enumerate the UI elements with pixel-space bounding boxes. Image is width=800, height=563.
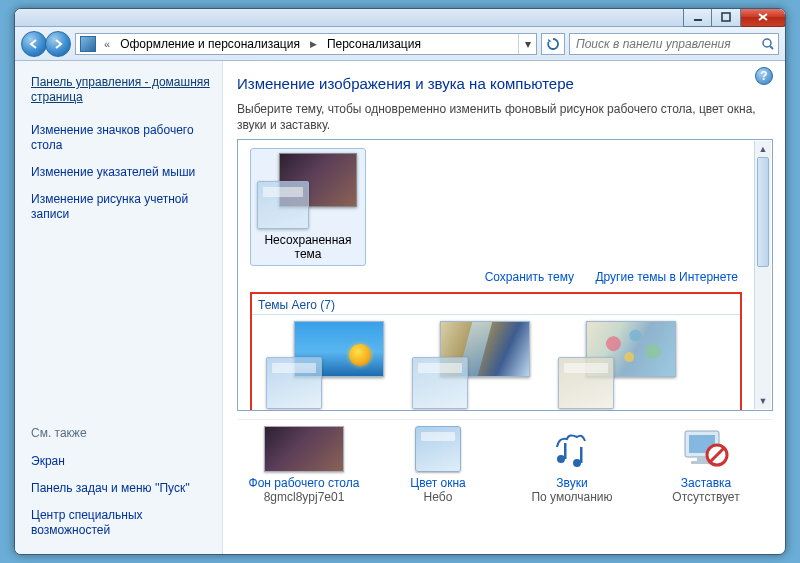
sounds-icon: [532, 426, 612, 472]
desktop-background-item[interactable]: Фон рабочего стола 8gmcl8ypj7e01: [241, 426, 367, 504]
search-icon[interactable]: [758, 37, 778, 51]
sidebar-link-account-picture[interactable]: Изменение рисунка учетной записи: [31, 192, 210, 222]
desktop-background-value: 8gmcl8ypj7e01: [241, 490, 367, 504]
aero-glass-1: [266, 357, 322, 409]
search-input[interactable]: [570, 37, 758, 51]
save-theme-link[interactable]: Сохранить тему: [485, 270, 574, 284]
svg-point-6: [557, 455, 565, 463]
svg-point-4: [763, 39, 771, 47]
sounds-link[interactable]: Звуки: [509, 476, 635, 490]
aero-themes-row: [252, 315, 740, 411]
screensaver-link[interactable]: Заставка: [643, 476, 769, 490]
breadcrumb-seg-2[interactable]: Персонализация: [321, 34, 427, 54]
control-panel-home-link[interactable]: Панель управления - домашняя страница: [31, 75, 210, 105]
highlight-box: Темы Aero (7): [250, 292, 742, 411]
breadcrumb-bar[interactable]: « Оформление и персонализация ▶ Персонал…: [75, 33, 537, 55]
body-region: Панель управления - домашняя страница Из…: [15, 61, 785, 554]
close-icon: [757, 12, 769, 22]
see-also-heading: См. также: [31, 426, 210, 440]
arrow-right-icon: [52, 38, 64, 50]
sounds-item[interactable]: Звуки По умолчанию: [509, 426, 635, 504]
screensaver-icon: [666, 426, 746, 472]
back-button[interactable]: [21, 31, 47, 57]
bottom-settings-row: Фон рабочего стола 8gmcl8ypj7e01 Цвет ок…: [237, 419, 773, 508]
theme-label: Несохраненная тема: [253, 233, 363, 261]
sidebar: Панель управления - домашняя страница Из…: [15, 61, 223, 554]
seealso-link-taskbar[interactable]: Панель задач и меню ''Пуск'': [31, 481, 210, 496]
aero-glass-3: [558, 357, 614, 409]
more-themes-link[interactable]: Другие темы в Интернете: [595, 270, 738, 284]
titlebar: [15, 9, 785, 27]
chevron-right-icon: ▶: [306, 39, 321, 49]
svg-rect-7: [564, 443, 567, 459]
sidebar-link-mouse-pointers[interactable]: Изменение указателей мыши: [31, 165, 210, 180]
desktop-background-thumbnail: [264, 426, 344, 472]
page-description: Выберите тему, чтобы одновременно измени…: [237, 102, 773, 133]
svg-rect-12: [697, 457, 707, 461]
window-color-item[interactable]: Цвет окна Небо: [375, 426, 501, 504]
personalization-window: « Оформление и персонализация ▶ Персонал…: [14, 8, 786, 555]
sidebar-link-desktop-icons[interactable]: Изменение значков рабочего стола: [31, 123, 210, 153]
screensaver-item[interactable]: Заставка Отсутствует: [643, 426, 769, 504]
seealso-link-display[interactable]: Экран: [31, 454, 210, 469]
window-color-link[interactable]: Цвет окна: [375, 476, 501, 490]
breadcrumb-seg-1[interactable]: Оформление и персонализация: [114, 34, 306, 54]
nav-buttons: [21, 31, 71, 57]
aero-theme-tile-1[interactable]: [260, 321, 392, 411]
themes-panel: ▲ ▼ Несохраненная тема Сохранить: [237, 139, 773, 411]
aero-theme-tile-3[interactable]: [552, 321, 684, 411]
window-color-thumbnail: [415, 426, 461, 472]
address-bar: « Оформление и персонализация ▶ Персонал…: [15, 27, 785, 61]
svg-point-8: [573, 459, 581, 467]
breadcrumb-overflow-icon[interactable]: «: [100, 38, 114, 50]
help-icon[interactable]: ?: [755, 67, 773, 85]
refresh-icon: [546, 37, 560, 51]
seealso-link-ease-of-access[interactable]: Центр специальных возможностей: [31, 508, 210, 538]
desktop-background-link[interactable]: Фон рабочего стола: [241, 476, 367, 490]
svg-rect-0: [694, 19, 702, 21]
maximize-button[interactable]: [712, 8, 741, 27]
svg-rect-9: [580, 447, 583, 463]
control-panel-icon: [80, 36, 96, 52]
refresh-button[interactable]: [541, 33, 565, 55]
minimize-icon: [693, 12, 703, 22]
theme-thumbnail-glass: [257, 181, 309, 229]
breadcrumb-dropdown[interactable]: ▾: [518, 34, 536, 54]
themes-scrollbar[interactable]: ▲ ▼: [754, 141, 771, 409]
maximize-icon: [721, 12, 731, 22]
content-area: ? Изменение изображения и звука на компь…: [223, 61, 785, 554]
scroll-down-icon[interactable]: ▼: [755, 393, 771, 409]
aero-section: Темы Aero (7): [250, 292, 762, 411]
window-controls: [683, 8, 786, 27]
aero-glass-2: [412, 357, 468, 409]
arrow-left-icon: [28, 38, 40, 50]
minimize-button[interactable]: [683, 8, 712, 27]
aero-theme-tile-2[interactable]: [406, 321, 538, 411]
theme-links-row: Сохранить тему Другие темы в Интернете: [250, 266, 762, 290]
page-title: Изменение изображения и звука на компьют…: [237, 75, 773, 92]
scroll-up-icon[interactable]: ▲: [755, 141, 771, 157]
theme-tile-unsaved[interactable]: Несохраненная тема: [250, 148, 366, 266]
window-color-value: Небо: [375, 490, 501, 504]
scroll-thumb[interactable]: [757, 157, 769, 267]
svg-line-5: [770, 46, 773, 49]
sounds-value: По умолчанию: [509, 490, 635, 504]
close-button[interactable]: [741, 8, 786, 27]
svg-rect-1: [722, 13, 730, 21]
aero-section-header: Темы Aero (7): [252, 296, 740, 315]
screensaver-value: Отсутствует: [643, 490, 769, 504]
search-box[interactable]: [569, 33, 779, 55]
forward-button[interactable]: [45, 31, 71, 57]
